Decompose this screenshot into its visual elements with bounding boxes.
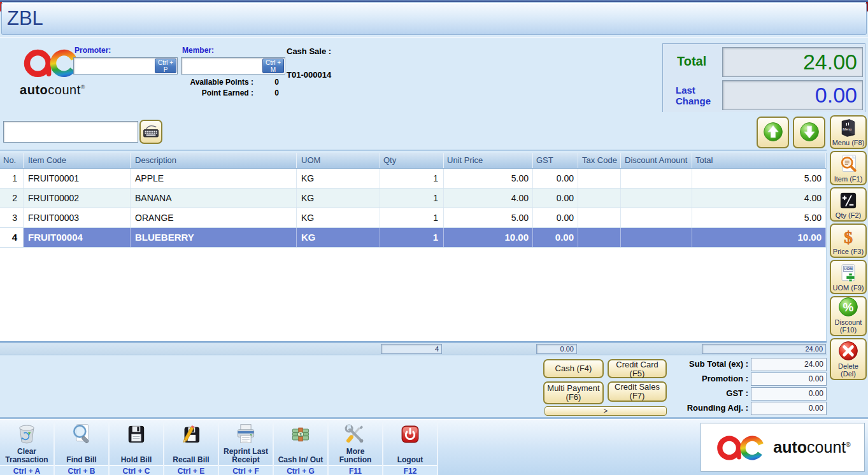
keyboard-icon	[142, 122, 160, 141]
total-label: Total	[677, 54, 706, 69]
cell-uom: KG	[297, 208, 380, 227]
toolbar-shortcut: Ctrl + G	[274, 465, 327, 475]
discount-percent-button[interactable]: %Discount (F10)	[830, 296, 867, 336]
scroll-up-button[interactable]	[757, 117, 789, 148]
cash-in-out-icon: $	[274, 422, 327, 446]
point-earned-value: 0	[253, 89, 279, 97]
bill-total-value: 0.00	[751, 387, 827, 401]
scan-input[interactable]	[4, 122, 138, 142]
side-button-label: Qty (F2)	[836, 211, 861, 219]
column-header-discount-amount[interactable]: Discount Amount	[621, 153, 692, 168]
cell-total: 5.00	[692, 208, 826, 227]
autocount-footer-logo-text: autocount®	[773, 438, 850, 457]
hold-bill-button[interactable]: Hold BillCtrl + C	[110, 420, 164, 475]
column-header-no[interactable]: No.	[0, 153, 24, 168]
delete-button[interactable]: Delete (Del)	[830, 338, 867, 380]
bill-total-row: Rounding Adj. :0.00	[637, 402, 827, 415]
recall-bill-icon	[164, 422, 218, 446]
find-bill-button[interactable]: Find BillCtrl + B	[55, 420, 110, 475]
bill-total-label: GST :	[726, 388, 748, 398]
column-header-item-code[interactable]: Item Code	[24, 153, 131, 168]
column-header-qty[interactable]: Qty	[380, 153, 444, 168]
toolbar-button-label: Recall Bill	[166, 446, 217, 464]
column-header-unit-price[interactable]: Unit Price	[444, 153, 533, 168]
reprint-receipt-button[interactable]: Reprint Last ReceiptCtrl + F	[219, 420, 274, 475]
cell-discount-amount	[621, 188, 692, 208]
side-button-label: Price (F3)	[833, 248, 864, 255]
item-search-button[interactable]: Item (F1)	[830, 151, 867, 185]
delete-icon	[837, 339, 860, 362]
column-header-uom[interactable]: UOM	[297, 153, 380, 168]
cell-discount-amount	[621, 169, 692, 188]
cell-qty: 1	[380, 228, 444, 247]
uom-add-button[interactable]: UOMUOM (F9)	[830, 260, 867, 294]
qty-icon	[839, 190, 858, 211]
table-row[interactable]: 2FRUIT00002BANANAKG14.000.004.00	[0, 188, 826, 208]
cell-tax-code	[578, 228, 621, 247]
scroll-down-button[interactable]	[793, 117, 825, 148]
toolbar-cells: Clear TransactionCtrl + AFind BillCtrl +…	[0, 420, 438, 475]
multi-payment-f6-button[interactable]: Multi Payment (F6)	[543, 381, 604, 404]
promoter-input[interactable]	[75, 59, 153, 73]
on-screen-keyboard-button[interactable]	[139, 120, 162, 144]
divider-line	[0, 150, 827, 151]
column-header-description[interactable]: Description	[131, 153, 297, 168]
bill-total-label: Promotion :	[702, 374, 748, 383]
column-header-total[interactable]: Total	[692, 153, 826, 168]
toolbar-button-label: More Function	[330, 446, 381, 464]
member-shortcut-button[interactable]: Ctrl + M	[262, 59, 284, 73]
column-header-tax-code[interactable]: Tax Code	[578, 153, 621, 168]
column-header-gst[interactable]: GST	[533, 153, 578, 168]
cell-uom: KG	[297, 169, 380, 188]
cell-qty: 1	[380, 208, 444, 227]
bill-total-value: 24.00	[751, 358, 827, 371]
bill-total-value: 0.00	[751, 402, 827, 415]
cell-total: 10.00	[692, 228, 826, 247]
cell-tax-code	[578, 169, 621, 188]
bill-total-label: Rounding Adj. :	[687, 403, 748, 413]
svg-text:Menu: Menu	[843, 127, 852, 131]
discount-percent-icon: %	[837, 295, 860, 318]
more-function-button[interactable]: More FunctionF11	[329, 420, 383, 475]
cell-gst: 0.00	[533, 169, 578, 188]
menu-button[interactable]: MenuMenu (F8)	[830, 115, 867, 149]
svg-text:%: %	[843, 301, 854, 314]
cell-no: 4	[0, 228, 24, 247]
price-dollar-button[interactable]: $Price (F3)	[830, 223, 867, 258]
logo-count: count	[48, 83, 80, 97]
logout-button[interactable]: LogoutF12	[383, 420, 438, 475]
table-row-selected[interactable]: 4FRUIT00004BLUEBERRYKG110.000.0010.00	[0, 228, 826, 248]
cell-item-code: FRUIT00003	[24, 208, 131, 227]
bill-total-value: 0.00	[751, 372, 827, 386]
member-input[interactable]	[183, 59, 260, 73]
pos-window: ZBL autocount® Promoter: Ctrl + P Member…	[0, 0, 868, 475]
clear-transaction-button[interactable]: Clear TransactionCtrl + A	[0, 420, 55, 475]
promoter-shortcut-button[interactable]: Ctrl + P	[155, 59, 176, 73]
summary-bar: 4 0.00 24.00	[0, 341, 827, 355]
summary-gst-total: 0.00	[536, 344, 577, 354]
toolbar-button-label: Hold Bill	[111, 446, 162, 464]
cell-unit-price: 5.00	[444, 169, 533, 188]
member-label: Member:	[182, 46, 214, 55]
table-row[interactable]: 1FRUIT00001APPLEKG15.000.005.00	[0, 169, 826, 188]
side-button-label: Delete (Del)	[838, 362, 858, 378]
bill-total-row: GST :0.00	[637, 387, 827, 401]
cash-sale-doc-no: T01-000014	[287, 70, 331, 80]
qty-button[interactable]: Qty (F2)	[830, 187, 867, 222]
recall-bill-button[interactable]: Recall BillCtrl + E	[164, 420, 219, 475]
titlebar: ZBL	[1, 3, 867, 35]
toolbar-shortcut: Ctrl + C	[110, 465, 163, 475]
cash-in-out-button[interactable]: $Cash In/ OutCtrl + G	[274, 420, 329, 475]
toolbar-button-label: Find Bill	[56, 446, 107, 464]
bill-total-row: Promotion :0.00	[637, 372, 827, 386]
cell-item-code: FRUIT00002	[24, 188, 131, 208]
cell-uom: KG	[297, 188, 380, 208]
cell-item-code: FRUIT00004	[24, 228, 131, 247]
table-row[interactable]: 3FRUIT00003ORANGEKG15.000.005.00	[0, 208, 826, 228]
toolbar-shortcut: Ctrl + B	[55, 465, 108, 475]
cash-f4-button[interactable]: Cash (F4)	[543, 359, 604, 378]
item-search-icon	[838, 153, 858, 175]
cell-no: 1	[0, 169, 24, 188]
available-points-value: 0	[253, 78, 279, 87]
svg-text:$: $	[299, 432, 302, 437]
